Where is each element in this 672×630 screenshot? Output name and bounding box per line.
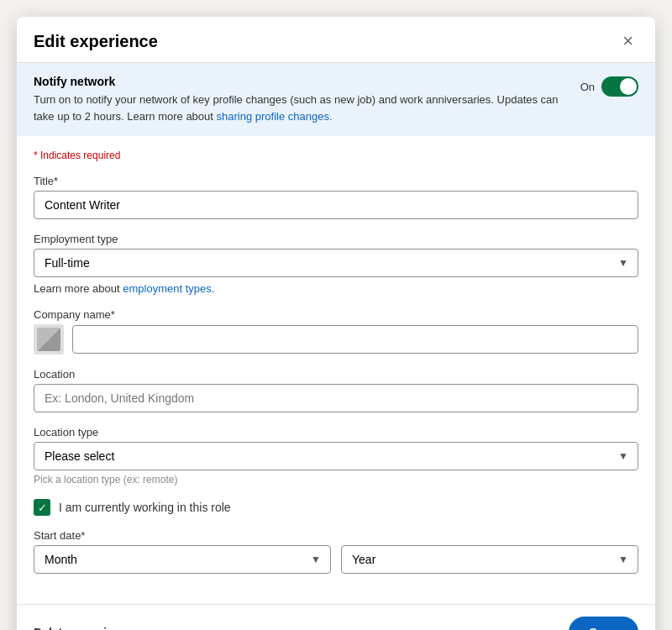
year-wrapper: Year 2024 2023 2022 2021 2020 2019 2018 … (341, 545, 638, 574)
location-type-label: Location type (34, 426, 638, 438)
location-type-wrapper: Please select On-site Hybrid Remote ▼ (34, 442, 638, 470)
delete-experience-button[interactable]: Delete experience (34, 621, 134, 631)
modal-title: Edit experience (34, 32, 158, 51)
company-name-group: Company name* (34, 308, 638, 354)
date-row: Month January February March April May J… (34, 545, 638, 574)
employment-type-group: Employment type Full-time Part-time Self… (34, 233, 638, 295)
modal-header: Edit experience × (17, 17, 655, 63)
notify-toggle-area: On (580, 76, 638, 97)
notify-title: Notify network (34, 75, 567, 88)
location-hint: Pick a location type (ex: remote) (34, 474, 638, 486)
save-button[interactable]: Save (569, 617, 638, 630)
sharing-profile-link[interactable]: sharing profile changes. (217, 110, 333, 123)
title-group: Title* (34, 175, 638, 219)
company-logo-image (37, 328, 60, 351)
start-date-group: Start date* Month January February March… (34, 529, 638, 574)
location-input[interactable] (34, 384, 638, 412)
employment-types-link[interactable]: employment types. (123, 282, 214, 295)
close-button[interactable]: × (617, 30, 638, 52)
location-label: Location (34, 368, 638, 381)
month-select[interactable]: Month January February March April May J… (34, 545, 331, 574)
notify-banner: Notify network Turn on to notify your ne… (17, 63, 655, 136)
toggle-label: On (580, 81, 595, 93)
location-type-group: Location type Please select On-site Hybr… (34, 426, 638, 486)
start-date-label: Start date* (34, 529, 638, 542)
month-wrapper: Month January February March April May J… (34, 545, 331, 574)
modal-body: * Indicates required Title* Employment t… (17, 136, 655, 604)
location-group: Location (34, 368, 638, 412)
year-select[interactable]: Year 2024 2023 2022 2021 2020 2019 2018 … (341, 545, 638, 574)
title-label: Title* (34, 175, 638, 187)
notify-toggle[interactable] (601, 76, 638, 97)
employment-type-wrapper: Full-time Part-time Self-employed Freela… (34, 249, 638, 277)
currently-working-label: I am currently working in this role (59, 501, 231, 514)
company-name-label: Company name* (34, 308, 638, 321)
currently-working-checkbox[interactable]: ✓ (34, 499, 50, 516)
company-name-input[interactable] (72, 325, 638, 354)
company-logo (34, 324, 64, 354)
checkmark-icon: ✓ (38, 502, 47, 513)
employment-link-text: Learn more about employment types. (34, 282, 638, 295)
edit-experience-modal: Edit experience × Notify network Turn on… (17, 17, 655, 630)
employment-type-select[interactable]: Full-time Part-time Self-employed Freela… (34, 249, 638, 277)
notify-text-block: Notify network Turn on to notify your ne… (34, 75, 567, 124)
title-input[interactable] (34, 191, 638, 219)
modal-footer: Delete experience Save (17, 604, 655, 630)
employment-type-label: Employment type (34, 233, 638, 245)
notify-description: Turn on to notify your network of key pr… (34, 92, 567, 124)
required-note: * Indicates required (34, 150, 638, 161)
location-type-select[interactable]: Please select On-site Hybrid Remote (34, 442, 638, 470)
currently-working-row: ✓ I am currently working in this role (34, 499, 638, 516)
company-row (34, 324, 638, 354)
